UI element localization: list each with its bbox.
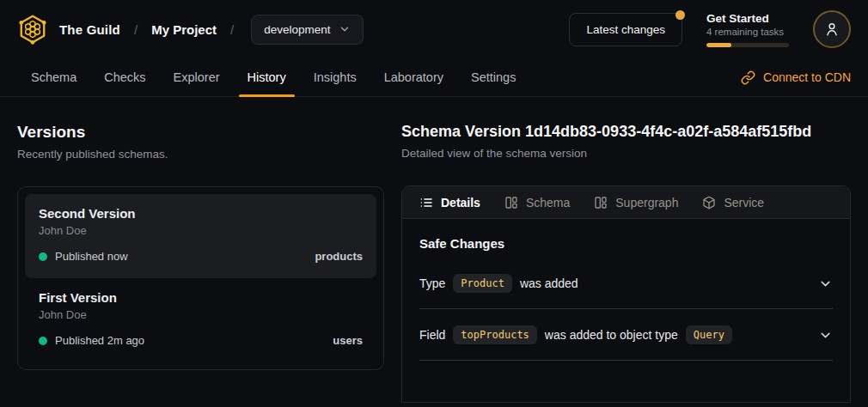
user-avatar-button[interactable]	[813, 10, 851, 48]
version-item-second-version[interactable]: Second VersionJohn DoePublished nowprodu…	[25, 194, 376, 278]
tab-history[interactable]: History	[234, 58, 300, 96]
brand-home-link[interactable]: The Guild	[17, 14, 120, 45]
detail-body: Safe Changes TypeProductwas addedFieldto…	[402, 219, 850, 378]
detail-tab-schema[interactable]: Schema	[504, 196, 570, 210]
chevron-down-icon[interactable]	[818, 276, 833, 291]
code-chip: Query	[686, 325, 732, 344]
tab-settings[interactable]: Settings	[457, 58, 529, 96]
versions-title: Versions	[17, 123, 384, 142]
get-started-title: Get Started	[706, 12, 789, 25]
schema-version-panel: Schema Version 1d14db83-0933-4f4c-a02f-a…	[401, 123, 851, 403]
version-status: Published now	[55, 250, 128, 263]
columns-icon	[594, 196, 608, 210]
published-status-dot	[39, 252, 47, 261]
change-row[interactable]: FieldtopProductswas added to object type…	[419, 309, 833, 361]
version-meta: Published 2m agousers	[39, 334, 363, 347]
published-status-dot	[39, 337, 47, 345]
breadcrumb-separator: /	[132, 22, 139, 37]
connect-to-cdn-link[interactable]: Connect to CDN	[741, 58, 851, 96]
get-started-progress-track	[706, 43, 789, 47]
breadcrumb-project[interactable]: My Project	[151, 22, 217, 37]
latest-changes-button[interactable]: Latest changes	[569, 13, 682, 46]
version-title: First Version	[39, 290, 363, 305]
change-text: was added to object type	[545, 328, 678, 342]
environment-select-value: development	[264, 23, 330, 36]
changes-list: TypeProductwas addedFieldtopProductswas …	[419, 258, 833, 361]
detail-tab-label: Details	[441, 196, 480, 210]
environment-select[interactable]: development	[251, 15, 364, 45]
version-service-name: users	[333, 334, 363, 347]
tab-insights[interactable]: Insights	[300, 58, 370, 96]
list-icon	[419, 196, 433, 210]
detail-tab-label: Service	[724, 196, 764, 210]
notification-dot	[675, 10, 685, 20]
change-text: was added	[520, 276, 578, 290]
change-text: Field	[419, 328, 445, 342]
detail-tab-service[interactable]: Service	[702, 196, 764, 210]
version-author: John Doe	[39, 224, 363, 237]
main-content: Versions Recently published schemas. Sec…	[0, 97, 868, 403]
chevron-down-icon[interactable]	[818, 328, 833, 343]
main-nav: SchemaChecksExplorerHistoryInsightsLabor…	[0, 58, 868, 97]
code-chip: topProducts	[453, 325, 536, 344]
schema-version-subtitle: Detailed view of the schema version	[401, 147, 851, 160]
user-icon	[823, 21, 840, 38]
detail-tab-label: Schema	[526, 196, 570, 210]
versions-list: Second VersionJohn DoePublished nowprodu…	[17, 186, 384, 370]
app-header: The Guild / My Project / development Lat…	[0, 0, 868, 58]
get-started-progress-fill	[706, 43, 731, 47]
get-started-widget[interactable]: Get Started 4 remaining tasks	[706, 12, 789, 47]
versions-panel: Versions Recently published schemas. Sec…	[17, 123, 384, 403]
tab-laboratory[interactable]: Laboratory	[370, 58, 457, 96]
detail-tab-supergraph[interactable]: Supergraph	[594, 196, 678, 210]
nav-tabs: SchemaChecksExplorerHistoryInsightsLabor…	[17, 58, 529, 96]
version-service-name: products	[315, 250, 363, 263]
latest-changes-label: Latest changes	[586, 23, 665, 36]
breadcrumb-separator: /	[229, 22, 235, 37]
get-started-subtitle: 4 remaining tasks	[706, 27, 789, 37]
columns-icon	[504, 196, 518, 210]
safe-changes-title: Safe Changes	[419, 236, 833, 251]
change-text: Type	[419, 276, 445, 290]
version-item-first-version[interactable]: First VersionJohn DoePublished 2m agouse…	[25, 278, 376, 362]
versions-subtitle: Recently published schemas.	[17, 148, 384, 161]
detail-tab-details[interactable]: Details	[419, 196, 480, 210]
tab-explorer[interactable]: Explorer	[160, 58, 234, 96]
connect-to-cdn-label: Connect to CDN	[763, 70, 851, 84]
link-icon	[741, 70, 755, 85]
version-title: Second Version	[39, 206, 363, 221]
detail-tabs: DetailsSchemaSupergraphService	[402, 186, 850, 219]
chevron-down-icon	[339, 23, 351, 35]
version-author: John Doe	[39, 308, 363, 321]
code-chip: Product	[453, 274, 512, 293]
version-status: Published 2m ago	[55, 334, 144, 347]
cube-icon	[702, 196, 716, 210]
schema-version-title: Schema Version 1d14db83-0933-4f4c-a02f-a…	[401, 123, 851, 141]
change-row[interactable]: TypeProductwas added	[419, 258, 833, 309]
brand-name: The Guild	[59, 22, 120, 37]
guild-logo-icon	[17, 14, 48, 45]
tab-checks[interactable]: Checks	[90, 58, 159, 96]
tab-schema[interactable]: Schema	[17, 58, 90, 96]
detail-tab-label: Supergraph	[615, 196, 678, 210]
schema-version-detail-card: DetailsSchemaSupergraphService Safe Chan…	[401, 185, 851, 403]
version-meta: Published nowproducts	[39, 250, 363, 263]
